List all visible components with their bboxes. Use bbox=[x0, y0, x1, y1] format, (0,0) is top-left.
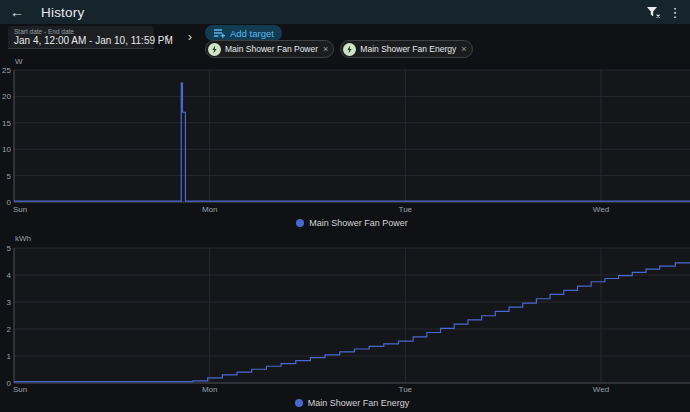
chip-label: Main Shower Fan Energy bbox=[360, 44, 456, 54]
svg-text:10: 10 bbox=[2, 145, 11, 154]
svg-text:1: 1 bbox=[7, 352, 12, 361]
legend-label: Main Shower Fan Energy bbox=[308, 398, 410, 408]
next-period-button[interactable]: › bbox=[181, 28, 199, 46]
energy-chart[interactable]: 012345SunMonTueWedkWh bbox=[0, 234, 690, 398]
energy-chart-legend: Main Shower Fan Energy bbox=[14, 396, 690, 409]
close-icon[interactable]: × bbox=[461, 41, 466, 57]
svg-text:Mon: Mon bbox=[202, 385, 218, 394]
svg-text:5: 5 bbox=[7, 244, 12, 253]
svg-text:kWh: kWh bbox=[15, 234, 31, 243]
previous-period-button[interactable]: ‹ bbox=[158, 28, 176, 46]
date-range-picker[interactable]: Start date - End date Jan 4, 12:00 AM - … bbox=[8, 26, 154, 49]
svg-text:20: 20 bbox=[2, 92, 11, 101]
close-icon[interactable]: × bbox=[323, 41, 328, 57]
legend-dot bbox=[295, 399, 303, 407]
flash-icon bbox=[208, 43, 221, 56]
back-button[interactable]: ← bbox=[10, 0, 24, 24]
svg-text:4: 4 bbox=[7, 271, 12, 280]
legend-label: Main Shower Fan Power bbox=[309, 218, 408, 228]
page-title: History bbox=[41, 5, 84, 20]
power-chart-legend: Main Shower Fan Power bbox=[14, 216, 690, 229]
lightning-bolt-icon bbox=[343, 43, 356, 56]
date-range-value: Jan 4, 12:00 AM - Jan 10, 11:59 PM bbox=[14, 35, 148, 47]
overflow-menu-icon[interactable]: ⋮ bbox=[664, 0, 686, 24]
date-range-label: Start date - End date bbox=[14, 28, 148, 35]
svg-text:Sun: Sun bbox=[13, 205, 27, 214]
playlist-plus-icon bbox=[213, 28, 226, 39]
svg-text:Tue: Tue bbox=[399, 205, 413, 214]
svg-text:Sun: Sun bbox=[13, 385, 27, 394]
svg-text:15: 15 bbox=[2, 119, 11, 128]
app-bar: ← History ⋮ bbox=[0, 0, 690, 24]
legend-dot bbox=[296, 219, 304, 227]
chip-label: Main Shower Fan Power bbox=[225, 44, 318, 54]
add-target-label: Add target bbox=[230, 28, 274, 39]
svg-text:3: 3 bbox=[7, 298, 12, 307]
power-chart[interactable]: 0510152025SunMonTueWedW bbox=[0, 56, 690, 218]
svg-text:Mon: Mon bbox=[202, 205, 218, 214]
svg-text:0: 0 bbox=[7, 198, 12, 207]
svg-text:Tue: Tue bbox=[399, 385, 413, 394]
svg-text:0: 0 bbox=[7, 379, 12, 388]
svg-text:W: W bbox=[15, 57, 23, 66]
svg-text:2: 2 bbox=[7, 325, 12, 334]
svg-text:Wed: Wed bbox=[593, 205, 609, 214]
svg-text:25: 25 bbox=[2, 66, 11, 75]
svg-text:Wed: Wed bbox=[593, 385, 609, 394]
add-target-button[interactable]: Add target bbox=[205, 25, 282, 41]
history-controls: Start date - End date Jan 4, 12:00 AM - … bbox=[0, 24, 690, 58]
svg-text:5: 5 bbox=[7, 172, 12, 181]
filter-remove-icon[interactable] bbox=[642, 0, 664, 24]
